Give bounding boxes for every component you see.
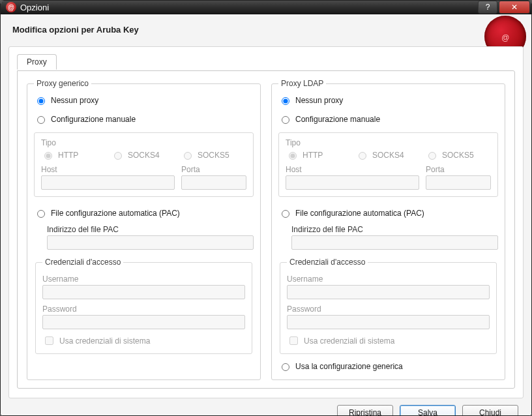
- ldap-pac-label: File configurazione automatica (PAC): [295, 209, 424, 218]
- ldap-type-socks5-label: SOCKS5: [442, 151, 474, 160]
- ldap-type-socks5-radio[interactable]: [428, 152, 436, 160]
- ldap-password-input[interactable]: [287, 315, 490, 329]
- ldap-type-socks4-option[interactable]: SOCKS4: [355, 150, 421, 160]
- ldap-use-system-cred-checkbox[interactable]: [289, 336, 298, 345]
- ldap-no-proxy-option[interactable]: Nessun proxy: [278, 93, 498, 107]
- generic-pac-addr-input[interactable]: [47, 235, 254, 250]
- save-button[interactable]: Salva: [400, 405, 456, 416]
- ldap-password-label: Password: [287, 305, 490, 314]
- titlebar[interactable]: @ Opzioni ? ✕: [1, 1, 531, 14]
- generic-port-input[interactable]: [181, 175, 246, 190]
- ldap-credentials-box: Credenziali d'accesso Username Password …: [280, 258, 497, 354]
- ldap-use-system-cred-option[interactable]: Usa credenziali di sistema: [287, 334, 490, 347]
- generic-credentials-legend: Credenziali d'accesso: [42, 258, 123, 267]
- help-button[interactable]: ?: [478, 1, 497, 14]
- ldap-use-system-cred-label: Usa credenziali di sistema: [304, 336, 394, 346]
- generic-type-http-radio[interactable]: [44, 152, 52, 160]
- generic-type-label: Tipo: [41, 138, 246, 147]
- generic-use-system-cred-checkbox[interactable]: [45, 336, 53, 345]
- svg-text:@: @: [501, 33, 509, 42]
- main-panel: Proxy Proxy generico Nessun proxy Config…: [8, 46, 524, 398]
- generic-type-http-option[interactable]: HTTP: [41, 150, 107, 160]
- ldap-use-generic-option[interactable]: Usa la configurazione generica: [278, 359, 498, 373]
- generic-credentials-box: Credenziali d'accesso Username Password …: [35, 258, 252, 354]
- ldap-manual-option[interactable]: Configurazione manuale: [278, 112, 498, 126]
- generic-type-http-label: HTTP: [58, 151, 78, 160]
- close-button[interactable]: Chiudi: [462, 405, 518, 416]
- tab-proxy[interactable]: Proxy: [17, 54, 57, 70]
- generic-manual-radio[interactable]: [37, 116, 45, 124]
- generic-pac-option[interactable]: File configurazione automatica (PAC): [34, 206, 254, 220]
- generic-password-input[interactable]: [42, 315, 245, 329]
- generic-type-socks4-option[interactable]: SOCKS4: [111, 150, 177, 160]
- generic-use-system-cred-label: Usa credenziali di sistema: [59, 336, 150, 346]
- close-window-button[interactable]: ✕: [499, 1, 530, 14]
- generic-use-system-cred-option[interactable]: Usa credenziali di sistema: [42, 334, 245, 347]
- tab-proxy-body: Proxy generico Nessun proxy Configurazio…: [17, 70, 515, 389]
- generic-type-socks4-radio[interactable]: [114, 152, 122, 160]
- ldap-type-label: Tipo: [286, 138, 491, 147]
- ldap-use-generic-radio[interactable]: [282, 363, 289, 371]
- ldap-username-input[interactable]: [287, 285, 490, 299]
- generic-username-label: Username: [42, 275, 245, 284]
- content-area: Modifica opzioni per Aruba Key @ Proxy P…: [1, 14, 531, 416]
- restore-button[interactable]: Ripristina: [337, 405, 393, 416]
- generic-no-proxy-option[interactable]: Nessun proxy: [34, 93, 254, 107]
- ldap-username-label: Username: [287, 275, 490, 284]
- generic-host-input[interactable]: [41, 175, 175, 190]
- ldap-pac-radio[interactable]: [282, 210, 289, 218]
- generic-manual-option[interactable]: Configurazione manuale: [34, 112, 254, 126]
- generic-type-socks4-label: SOCKS4: [128, 151, 160, 160]
- generic-pac-radio[interactable]: [37, 210, 45, 218]
- ldap-credentials-legend: Credenziali d'accesso: [287, 258, 368, 267]
- generic-password-label: Password: [42, 305, 245, 314]
- page-title: Modifica opzioni per Aruba Key: [8, 21, 524, 44]
- generic-type-socks5-radio[interactable]: [184, 152, 192, 160]
- ldap-type-http-option[interactable]: HTTP: [286, 150, 351, 160]
- options-window: @ Opzioni ? ✕ Modifica opzioni per Aruba…: [0, 0, 532, 416]
- generic-type-socks5-label: SOCKS5: [198, 151, 229, 160]
- ldap-type-http-label: HTTP: [303, 151, 323, 160]
- tabstrip: Proxy: [17, 53, 515, 70]
- ldap-type-socks4-label: SOCKS4: [372, 151, 404, 160]
- ldap-pac-addr-label: Indirizzo del file PAC: [291, 225, 498, 234]
- ldap-no-proxy-radio[interactable]: [282, 97, 289, 105]
- generic-no-proxy-radio[interactable]: [37, 97, 45, 105]
- generic-port-label: Porta: [181, 165, 246, 174]
- app-icon: @: [6, 2, 16, 12]
- proxy-generic-legend: Proxy generico: [34, 79, 91, 88]
- ldap-host-label: Host: [286, 165, 419, 174]
- ldap-pac-addr-input[interactable]: [291, 235, 498, 250]
- generic-pac-addr-label: Indirizzo del file PAC: [47, 225, 254, 234]
- generic-no-proxy-label: Nessun proxy: [51, 96, 98, 105]
- generic-manual-box: Tipo HTTP SOCKS4: [34, 132, 254, 197]
- proxy-ldap-legend: Proxy LDAP: [278, 79, 326, 88]
- ldap-port-input[interactable]: [426, 175, 491, 190]
- generic-pac-label: File configurazione automatica (PAC): [51, 209, 180, 218]
- ldap-no-proxy-label: Nessun proxy: [295, 96, 343, 105]
- window-title: Opzioni: [20, 3, 478, 12]
- ldap-type-socks4-radio[interactable]: [359, 152, 366, 160]
- ldap-manual-radio[interactable]: [282, 116, 289, 124]
- generic-host-label: Host: [41, 165, 175, 174]
- ldap-pac-option[interactable]: File configurazione automatica (PAC): [278, 206, 498, 220]
- generic-manual-label: Configurazione manuale: [51, 115, 136, 124]
- ldap-manual-label: Configurazione manuale: [295, 115, 380, 124]
- ldap-port-label: Porta: [426, 165, 491, 174]
- proxy-ldap-group: Proxy LDAP Nessun proxy Configurazione m…: [271, 79, 505, 380]
- ldap-type-http-radio[interactable]: [289, 152, 297, 160]
- ldap-manual-box: Tipo HTTP SOCKS4: [278, 132, 498, 197]
- generic-type-socks5-option[interactable]: SOCKS5: [181, 150, 246, 160]
- ldap-type-socks5-option[interactable]: SOCKS5: [425, 150, 491, 160]
- proxy-generic-group: Proxy generico Nessun proxy Configurazio…: [27, 79, 261, 380]
- ldap-use-generic-label: Usa la configurazione generica: [295, 362, 403, 371]
- generic-username-input[interactable]: [42, 285, 245, 299]
- dialog-footer: Ripristina Salva Chiudi: [8, 398, 524, 416]
- ldap-host-input[interactable]: [286, 175, 419, 190]
